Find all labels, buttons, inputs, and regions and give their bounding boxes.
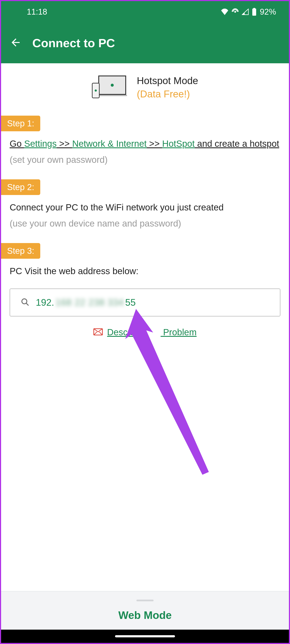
back-icon[interactable] bbox=[10, 36, 22, 49]
step-1-badge: Step 1: bbox=[1, 116, 40, 131]
address-blurred: 168 22 238 334 bbox=[54, 297, 125, 308]
battery-percent: 92% bbox=[260, 7, 276, 16]
svg-rect-2 bbox=[253, 8, 255, 9]
step-1-go: Go bbox=[10, 138, 24, 149]
svg-line-4 bbox=[26, 303, 28, 305]
address-suffix: 55 bbox=[125, 297, 136, 308]
status-icons: 92% bbox=[221, 7, 276, 16]
svg-rect-1 bbox=[252, 8, 256, 16]
search-icon bbox=[21, 298, 29, 307]
hero-subtitle: (Data Free!) bbox=[137, 87, 198, 100]
step-2-text: Connect your PC to the WiFi network you … bbox=[10, 202, 224, 212]
web-address-field[interactable]: 192. 168 22 238 334 55 bbox=[10, 288, 280, 316]
hero-section: Hotspot Mode (Data Free!) bbox=[1, 63, 289, 116]
hotspot-icon bbox=[232, 8, 239, 16]
battery-icon bbox=[252, 8, 257, 16]
step-1-sep1: >> bbox=[57, 138, 72, 149]
step-1: Step 1: Go Settings >> Network & Interne… bbox=[1, 116, 289, 179]
network-internet-link[interactable]: Network & Internet bbox=[72, 138, 147, 149]
devices-icon bbox=[92, 76, 126, 99]
mail-icon bbox=[93, 328, 103, 336]
hero-title: Hotspot Mode bbox=[137, 74, 198, 87]
drag-handle-icon[interactable] bbox=[137, 600, 153, 601]
web-address-value: 192. 168 22 238 334 55 bbox=[36, 297, 136, 308]
describe-problem-link[interactable]: Describexxxx Problem bbox=[107, 327, 197, 338]
page-title: Connect to PC bbox=[32, 36, 115, 50]
signal-icon bbox=[242, 8, 249, 15]
step-3-text: PC Visit the web address below: bbox=[10, 266, 139, 276]
address-prefix: 192. bbox=[36, 297, 54, 308]
bottom-sheet[interactable]: Web Mode bbox=[1, 591, 289, 630]
settings-link[interactable]: Settings bbox=[24, 138, 57, 149]
svg-point-0 bbox=[234, 11, 236, 13]
step-2-badge: Step 2: bbox=[1, 179, 40, 195]
step-2-hint: (use your own device name and password) bbox=[10, 217, 280, 230]
wifi-icon bbox=[221, 8, 229, 15]
status-time: 11:18 bbox=[27, 7, 47, 16]
hotspot-link[interactable]: HotSpot bbox=[162, 138, 195, 149]
system-nav-bar bbox=[1, 630, 289, 643]
describe-pre: Describe bbox=[107, 327, 143, 337]
home-indicator[interactable] bbox=[115, 635, 175, 637]
describe-problem-row: Describexxxx Problem bbox=[1, 327, 289, 338]
web-mode-button[interactable]: Web Mode bbox=[118, 609, 171, 622]
app-bar: Connect to PC bbox=[1, 22, 289, 63]
step-1-sep2: >> bbox=[147, 138, 162, 149]
status-bar: 11:18 92% bbox=[1, 1, 289, 22]
step-1-tail: and create a hotspot bbox=[195, 138, 279, 149]
step-3-badge: Step 3: bbox=[1, 243, 40, 259]
step-3: Step 3: PC Visit the web address below: bbox=[1, 243, 289, 282]
step-2: Step 2: Connect your PC to the WiFi netw… bbox=[1, 179, 289, 243]
describe-post: Problem bbox=[161, 327, 197, 337]
step-1-hint: (set your own password) bbox=[10, 154, 280, 166]
